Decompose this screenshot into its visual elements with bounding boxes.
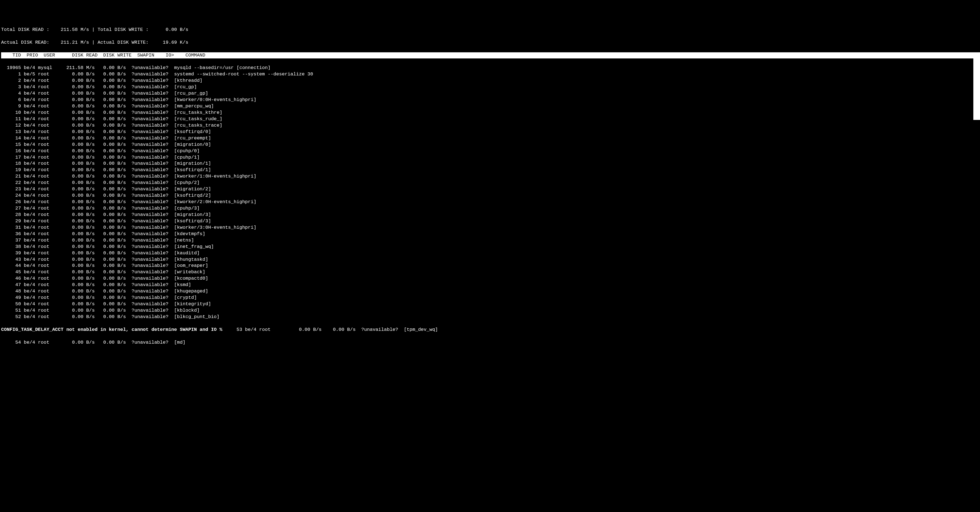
actual-disk-read-value: 211.21 M/s: [60, 40, 89, 45]
total-disk-read-label: Total DISK READ :: [1, 27, 49, 32]
scrollbar-thumb[interactable]: [973, 52, 980, 120]
actual-disk-read-label: Actual DISK READ:: [1, 40, 49, 45]
process-row: 6 be/4 root 0.00 B/s 0.00 B/s ?unavailab…: [1, 97, 979, 103]
process-list: 19965 be/4 mysql 211.58 M/s 0.00 B/s ?un…: [1, 65, 979, 320]
process-row: 31 be/4 root 0.00 B/s 0.00 B/s ?unavaila…: [1, 225, 979, 231]
process-row: 19965 be/4 mysql 211.58 M/s 0.00 B/s ?un…: [1, 65, 979, 71]
process-row: 52 be/4 root 0.00 B/s 0.00 B/s ?unavaila…: [1, 314, 979, 320]
process-row: 54 be/4 root 0.00 B/s 0.00 B/s ?unavaila…: [1, 340, 979, 346]
process-row: 13 be/4 root 0.00 B/s 0.00 B/s ?unavaila…: [1, 129, 979, 135]
process-row: 2 be/4 root 0.00 B/s 0.00 B/s ?unavailab…: [1, 78, 979, 84]
process-row: 22 be/4 root 0.00 B/s 0.00 B/s ?unavaila…: [1, 180, 979, 186]
process-row: 46 be/4 root 0.00 B/s 0.00 B/s ?unavaila…: [1, 276, 979, 282]
process-row: 16 be/4 root 0.00 B/s 0.00 B/s ?unavaila…: [1, 148, 979, 155]
process-row: 9 be/4 root 0.00 B/s 0.00 B/s ?unavailab…: [1, 103, 979, 110]
process-row: 12 be/4 root 0.00 B/s 0.00 B/s ?unavaila…: [1, 123, 979, 129]
process-row: 38 be/4 root 0.00 B/s 0.00 B/s ?unavaila…: [1, 244, 979, 250]
overflow-row: 53 be/4 root 0.00 B/s 0.00 B/s ?unavaila…: [223, 327, 438, 332]
separator: |: [89, 27, 98, 32]
process-row: 44 be/4 root 0.00 B/s 0.00 B/s ?unavaila…: [1, 263, 979, 269]
process-row: 18 be/4 root 0.00 B/s 0.00 B/s ?unavaila…: [1, 161, 979, 167]
process-row: 48 be/4 root 0.00 B/s 0.00 B/s ?unavaila…: [1, 288, 979, 295]
process-row: 50 be/4 root 0.00 B/s 0.00 B/s ?unavaila…: [1, 301, 979, 308]
process-row: 47 be/4 root 0.00 B/s 0.00 B/s ?unavaila…: [1, 282, 979, 288]
process-row: 45 be/4 root 0.00 B/s 0.00 B/s ?unavaila…: [1, 269, 979, 276]
process-row: 39 be/4 root 0.00 B/s 0.00 B/s ?unavaila…: [1, 250, 979, 257]
process-row: 11 be/4 root 0.00 B/s 0.00 B/s ?unavaila…: [1, 116, 979, 123]
process-row: 26 be/4 root 0.00 B/s 0.00 B/s ?unavaila…: [1, 199, 979, 205]
total-disk-write-label: Total DISK WRITE :: [98, 27, 149, 32]
process-row: 21 be/4 root 0.00 B/s 0.00 B/s ?unavaila…: [1, 173, 979, 180]
summary-line-2: Actual DISK READ: 211.21 M/s | Actual DI…: [1, 40, 979, 46]
warning-message: CONFIG_TASK_DELAY_ACCT not enabled in ke…: [1, 327, 223, 332]
actual-disk-write-value: 19.69 K/s: [163, 40, 188, 45]
total-disk-write-value: 0.00 B/s: [166, 27, 188, 32]
process-row: 37 be/4 root 0.00 B/s 0.00 B/s ?unavaila…: [1, 238, 979, 244]
process-row: 14 be/4 root 0.00 B/s 0.00 B/s ?unavaila…: [1, 135, 979, 142]
process-row: 19 be/4 root 0.00 B/s 0.00 B/s ?unavaila…: [1, 167, 979, 173]
process-row: 27 be/4 root 0.00 B/s 0.00 B/s ?unavaila…: [1, 205, 979, 212]
process-row: 10 be/4 root 0.00 B/s 0.00 B/s ?unavaila…: [1, 110, 979, 116]
process-row: 51 be/4 root 0.00 B/s 0.00 B/s ?unavaila…: [1, 308, 979, 314]
process-row: 17 be/4 root 0.00 B/s 0.00 B/s ?unavaila…: [1, 155, 979, 161]
process-row: 28 be/4 root 0.00 B/s 0.00 B/s ?unavaila…: [1, 212, 979, 218]
total-disk-read-value: 211.58 M/s: [60, 27, 89, 32]
summary-line-1: Total DISK READ : 211.58 M/s | Total DIS…: [1, 27, 979, 33]
process-row: 29 be/4 root 0.00 B/s 0.00 B/s ?unavaila…: [1, 218, 979, 225]
separator: |: [89, 40, 98, 45]
process-row: 23 be/4 root 0.00 B/s 0.00 B/s ?unavaila…: [1, 186, 979, 193]
process-row: 4 be/4 root 0.00 B/s 0.00 B/s ?unavailab…: [1, 91, 979, 97]
process-row: 15 be/4 root 0.00 B/s 0.00 B/s ?unavaila…: [1, 142, 979, 148]
process-row: 1 be/5 root 0.00 B/s 0.00 B/s ?unavailab…: [1, 71, 979, 78]
footer-line: CONFIG_TASK_DELAY_ACCT not enabled in ke…: [1, 327, 979, 333]
process-row: 3 be/4 root 0.00 B/s 0.00 B/s ?unavailab…: [1, 84, 979, 91]
process-row: 49 be/4 root 0.00 B/s 0.00 B/s ?unavaila…: [1, 295, 979, 301]
actual-disk-write-label: Actual DISK WRITE:: [98, 40, 149, 45]
process-row: 24 be/4 root 0.00 B/s 0.00 B/s ?unavaila…: [1, 193, 979, 199]
process-row: 43 be/4 root 0.00 B/s 0.00 B/s ?unavaila…: [1, 257, 979, 263]
column-header-row[interactable]: TID PRIO USER DISK READ DISK WRITE SWAPI…: [1, 52, 979, 59]
process-row: 36 be/4 root 0.00 B/s 0.00 B/s ?unavaila…: [1, 231, 979, 238]
